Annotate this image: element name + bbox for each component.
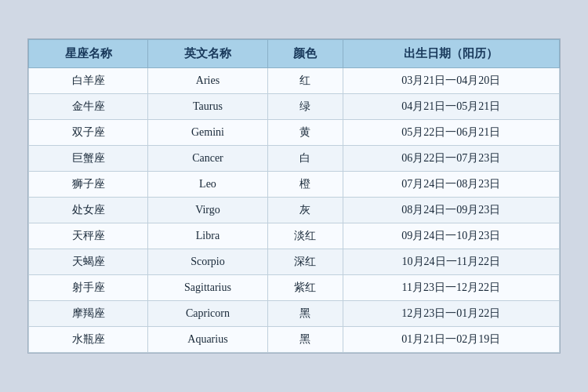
table-cell: 摩羯座 — [29, 301, 148, 327]
table-row: 巨蟹座Cancer白06月22日一07月23日 — [29, 146, 560, 172]
table-row: 狮子座Leo橙07月24日一08月23日 — [29, 172, 560, 198]
table-cell: 08月24日一09月23日 — [343, 198, 559, 223]
table-cell: 12月23日一01月22日 — [343, 301, 559, 327]
table-row: 天蝎座Scorpio深红10月24日一11月22日 — [29, 249, 560, 275]
table-header-cell: 英文名称 — [148, 40, 267, 68]
table-cell: 射手座 — [29, 275, 148, 301]
table-cell: 淡红 — [267, 223, 343, 249]
table-row: 白羊座Aries红03月21日一04月20日 — [29, 68, 560, 94]
table-cell: 07月24日一08月23日 — [343, 172, 559, 198]
table-header-cell: 颜色 — [267, 40, 343, 68]
table-cell: 03月21日一04月20日 — [343, 68, 559, 94]
table-cell: 狮子座 — [29, 172, 148, 198]
table-cell: Virgo — [148, 198, 267, 223]
zodiac-table: 星座名称英文名称颜色出生日期（阳历） 白羊座Aries红03月21日一04月20… — [28, 39, 560, 353]
table-cell: 金牛座 — [29, 94, 148, 120]
table-cell: Leo — [148, 172, 267, 198]
table-header-cell: 出生日期（阳历） — [343, 40, 559, 68]
table-cell: 绿 — [267, 94, 343, 120]
table-cell: Aquarius — [148, 327, 267, 353]
table-cell: 11月23日一12月22日 — [343, 275, 559, 301]
table-row: 处女座Virgo灰08月24日一09月23日 — [29, 198, 560, 223]
table-cell: 04月21日一05月21日 — [343, 94, 559, 120]
table-cell: 01月21日一02月19日 — [343, 327, 559, 353]
zodiac-table-container: 星座名称英文名称颜色出生日期（阳历） 白羊座Aries红03月21日一04月20… — [27, 38, 561, 354]
table-header-row: 星座名称英文名称颜色出生日期（阳历） — [29, 40, 560, 68]
table-cell: 灰 — [267, 198, 343, 223]
table-cell: 水瓶座 — [29, 327, 148, 353]
table-cell: 黄 — [267, 120, 343, 146]
table-cell: 深红 — [267, 249, 343, 275]
table-cell: 巨蟹座 — [29, 146, 148, 172]
table-row: 摩羯座Capricorn黑12月23日一01月22日 — [29, 301, 560, 327]
table-cell: Capricorn — [148, 301, 267, 327]
table-cell: Scorpio — [148, 249, 267, 275]
table-cell: Taurus — [148, 94, 267, 120]
table-cell: 天秤座 — [29, 223, 148, 249]
table-cell: 09月24日一10月23日 — [343, 223, 559, 249]
table-row: 双子座Gemini黄05月22日一06月21日 — [29, 120, 560, 146]
table-cell: Gemini — [148, 120, 267, 146]
table-cell: 红 — [267, 68, 343, 94]
table-row: 金牛座Taurus绿04月21日一05月21日 — [29, 94, 560, 120]
table-cell: 处女座 — [29, 198, 148, 223]
table-cell: 10月24日一11月22日 — [343, 249, 559, 275]
table-row: 水瓶座Aquarius黑01月21日一02月19日 — [29, 327, 560, 353]
table-cell: 黑 — [267, 327, 343, 353]
table-cell: Cancer — [148, 146, 267, 172]
table-cell: 白 — [267, 146, 343, 172]
table-cell: Aries — [148, 68, 267, 94]
table-cell: Sagittarius — [148, 275, 267, 301]
table-cell: 黑 — [267, 301, 343, 327]
table-cell: 紫红 — [267, 275, 343, 301]
table-row: 天秤座Libra淡红09月24日一10月23日 — [29, 223, 560, 249]
table-body: 白羊座Aries红03月21日一04月20日金牛座Taurus绿04月21日一0… — [29, 68, 560, 353]
table-cell: 05月22日一06月21日 — [343, 120, 559, 146]
table-row: 射手座Sagittarius紫红11月23日一12月22日 — [29, 275, 560, 301]
table-cell: 橙 — [267, 172, 343, 198]
table-cell: Libra — [148, 223, 267, 249]
table-cell: 双子座 — [29, 120, 148, 146]
table-cell: 白羊座 — [29, 68, 148, 94]
table-cell: 天蝎座 — [29, 249, 148, 275]
table-header-cell: 星座名称 — [29, 40, 148, 68]
table-cell: 06月22日一07月23日 — [343, 146, 559, 172]
